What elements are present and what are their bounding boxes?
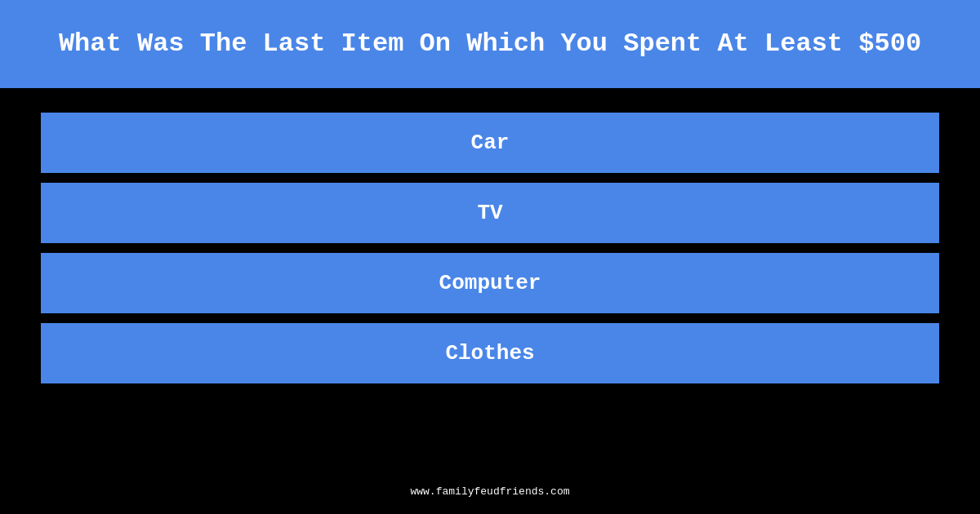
answers-container: Car TV Computer Clothes xyxy=(0,96,980,400)
answer-button-clothes[interactable]: Clothes xyxy=(41,323,939,383)
page-title: What Was The Last Item On Which You Spen… xyxy=(59,27,921,61)
footer: www.familyfeudfriends.com xyxy=(0,485,980,498)
header: What Was The Last Item On Which You Spen… xyxy=(0,0,980,88)
answer-button-tv[interactable]: TV xyxy=(41,183,939,243)
footer-url: www.familyfeudfriends.com xyxy=(410,485,569,498)
answer-button-car[interactable]: Car xyxy=(41,113,939,173)
answer-button-computer[interactable]: Computer xyxy=(41,253,939,313)
